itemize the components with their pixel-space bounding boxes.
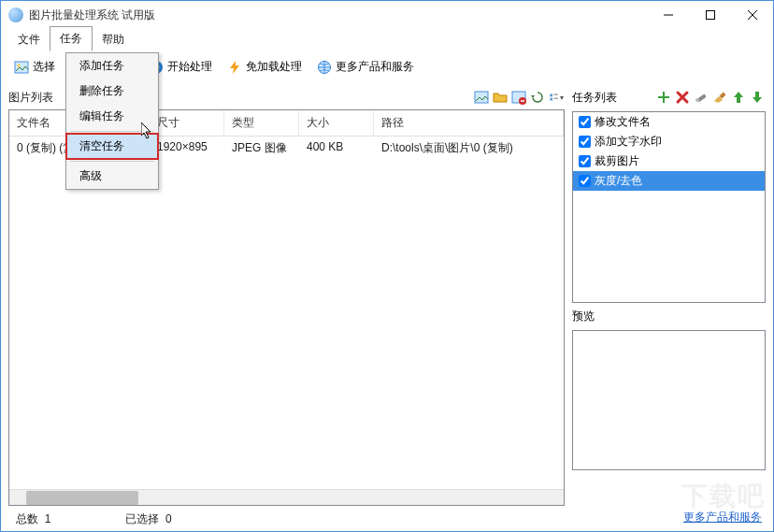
task-checkbox[interactable] bbox=[579, 136, 591, 148]
task-checkbox[interactable] bbox=[579, 155, 591, 167]
globe-icon bbox=[317, 60, 332, 75]
col-dimensions[interactable]: 尺寸 bbox=[150, 110, 224, 136]
task-checkbox[interactable] bbox=[579, 116, 591, 128]
col-size[interactable]: 大小 bbox=[299, 110, 374, 136]
select-label: 选择 bbox=[33, 59, 55, 75]
cell-type: JPEG 图像 bbox=[224, 137, 299, 160]
task-up-icon[interactable] bbox=[730, 89, 747, 106]
more-products-button[interactable]: 更多产品和服务 bbox=[311, 56, 420, 78]
svg-point-5 bbox=[18, 64, 21, 66]
folder-icon[interactable] bbox=[492, 89, 509, 106]
preview-box bbox=[572, 330, 766, 470]
task-down-icon[interactable] bbox=[749, 89, 766, 106]
window-title: 图片批量处理系统 试用版 bbox=[29, 7, 647, 23]
scroll-thumb[interactable] bbox=[26, 491, 138, 505]
task-label: 裁剪图片 bbox=[595, 153, 639, 169]
task-label: 添加文字水印 bbox=[595, 134, 662, 150]
dropdown-advanced[interactable]: 高级 bbox=[66, 164, 158, 189]
dropdown-add-task[interactable]: 添加任务 bbox=[66, 53, 158, 79]
preview-title: 预览 bbox=[572, 309, 766, 324]
lightning-icon bbox=[227, 60, 242, 75]
dropdown-clear-tasks[interactable]: 清空任务 bbox=[66, 134, 158, 159]
image-list-toolbar: ▾ bbox=[473, 89, 565, 106]
task-item[interactable]: 添加文字水印 bbox=[573, 132, 765, 151]
svg-rect-23 bbox=[719, 92, 725, 98]
svg-rect-19 bbox=[554, 98, 558, 99]
svg-marker-15 bbox=[531, 95, 535, 98]
menu-task[interactable]: 任务 bbox=[50, 26, 93, 51]
dropdown-delete-task[interactable]: 删除任务 bbox=[66, 79, 158, 104]
task-list: 修改文件名 添加文字水印 裁剪图片 灰度/去色 bbox=[572, 111, 766, 303]
select-button[interactable]: 选择 bbox=[8, 56, 61, 78]
task-label: 灰度/去色 bbox=[595, 173, 642, 189]
menu-file[interactable]: 文件 bbox=[8, 28, 50, 51]
task-panel-toolbar bbox=[655, 89, 766, 106]
footer-link[interactable]: 更多产品和服务 bbox=[683, 510, 762, 525]
view-menu-icon[interactable]: ▾ bbox=[548, 89, 565, 106]
task-dropdown: 添加任务 删除任务 编辑任务 清空任务 高级 bbox=[65, 52, 159, 190]
svg-marker-25 bbox=[752, 92, 762, 103]
remove-icon[interactable] bbox=[510, 89, 527, 106]
right-pane: 任务列表 修改文件名 添加文字水印 裁剪图片 bbox=[572, 81, 773, 532]
svg-rect-16 bbox=[550, 94, 552, 97]
task-settings-icon[interactable] bbox=[693, 89, 710, 106]
more-products-label: 更多产品和服务 bbox=[336, 59, 414, 75]
maximize-button[interactable] bbox=[689, 1, 731, 29]
status-line: 总数 1 已选择 0 bbox=[8, 506, 565, 532]
svg-rect-17 bbox=[554, 94, 558, 95]
window-controls bbox=[647, 1, 773, 29]
dropdown-separator bbox=[70, 161, 154, 162]
col-path[interactable]: 路径 bbox=[374, 110, 564, 136]
col-type[interactable]: 类型 bbox=[224, 110, 299, 136]
status-selected: 已选择 0 bbox=[125, 511, 171, 527]
titlebar: 图片批量处理系统 试用版 bbox=[1, 1, 773, 29]
start-process-label: 开始处理 bbox=[167, 59, 212, 75]
image-icon bbox=[14, 60, 29, 75]
svg-marker-8 bbox=[230, 61, 239, 74]
horizontal-scrollbar[interactable] bbox=[9, 489, 564, 505]
svg-point-21 bbox=[695, 98, 699, 102]
no-load-process-label: 免加载处理 bbox=[246, 59, 302, 75]
status-total: 总数 1 bbox=[16, 511, 50, 527]
task-delete-icon[interactable] bbox=[674, 89, 691, 106]
dropdown-edit-task[interactable]: 编辑任务 bbox=[66, 104, 158, 129]
cell-size: 400 KB bbox=[299, 137, 374, 160]
rotate-icon[interactable] bbox=[529, 89, 546, 106]
task-label: 修改文件名 bbox=[595, 114, 651, 130]
task-panel-header: 任务列表 bbox=[572, 89, 766, 106]
task-add-icon[interactable] bbox=[655, 89, 672, 106]
thumbnails-icon[interactable] bbox=[473, 89, 490, 106]
cell-dims: 1920×895 bbox=[150, 137, 224, 160]
cell-path: D:\tools\桌面\图片\0 (复制) bbox=[374, 137, 564, 160]
menubar: 文件 任务 帮助 bbox=[1, 29, 773, 51]
task-item[interactable]: 裁剪图片 bbox=[573, 151, 765, 171]
minimize-button[interactable] bbox=[647, 1, 689, 29]
task-clear-icon[interactable] bbox=[711, 89, 728, 106]
svg-rect-18 bbox=[550, 98, 552, 101]
svg-rect-1 bbox=[706, 11, 714, 20]
task-checkbox[interactable] bbox=[579, 175, 591, 187]
image-list-title: 图片列表 bbox=[8, 90, 53, 106]
no-load-process-button[interactable]: 免加载处理 bbox=[222, 56, 308, 78]
menu-help[interactable]: 帮助 bbox=[93, 28, 134, 51]
task-item[interactable]: 灰度/去色 bbox=[573, 171, 765, 191]
svg-marker-24 bbox=[734, 92, 743, 103]
dropdown-separator bbox=[70, 131, 154, 132]
task-panel-title: 任务列表 bbox=[572, 90, 617, 106]
close-button[interactable] bbox=[731, 1, 773, 29]
app-icon bbox=[8, 7, 23, 22]
task-item[interactable]: 修改文件名 bbox=[573, 112, 765, 132]
